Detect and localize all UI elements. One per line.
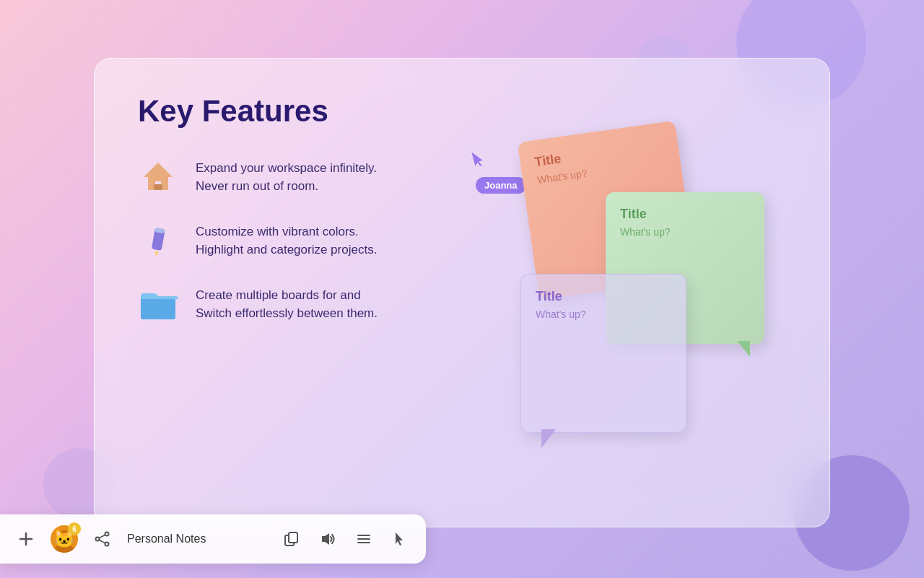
cursor-pointer-icon [467, 147, 493, 176]
cursor-area: Joanna [470, 149, 526, 194]
note-green-body: What's up? [620, 226, 750, 238]
sticky-note-purple: Title What's up? [520, 274, 687, 433]
select-tool-button[interactable] [388, 527, 411, 551]
svg-line-17 [100, 540, 105, 543]
svg-point-13 [105, 532, 109, 536]
svg-rect-1 [154, 184, 162, 190]
house-icon [138, 157, 178, 197]
note-purple-body: What's up? [536, 309, 671, 320]
note-purple-title: Title [536, 289, 671, 304]
volume-button[interactable] [316, 527, 339, 551]
feature-item-colors: Customize with vibrant colors. Highlight… [138, 220, 499, 261]
feature-item-workspace: Expand your workspace infinitely. Never … [138, 157, 499, 197]
feature-item-boards: Create multiple boards for and Switch ef… [138, 284, 499, 324]
duplicate-button[interactable] [280, 527, 303, 551]
feature-text-boards: Create multiple boards for and Switch ef… [196, 286, 378, 323]
feature-text-colors: Customize with vibrant colors. Highlight… [196, 223, 377, 259]
share-button[interactable] [91, 527, 114, 551]
features-list: Expand your workspace infinitely. Never … [138, 157, 499, 324]
svg-marker-20 [322, 533, 329, 545]
svg-line-16 [100, 535, 105, 538]
note-green-title: Title [620, 207, 750, 222]
svg-point-10 [59, 530, 69, 540]
svg-rect-6 [141, 299, 175, 319]
board-name-label: Personal Notes [127, 532, 267, 545]
svg-point-14 [96, 538, 100, 541]
user-badge: Joanna [476, 177, 526, 194]
svg-marker-11 [56, 530, 61, 534]
menu-button[interactable] [352, 527, 375, 551]
key-features-title: Key Features [138, 95, 786, 128]
folder-icon [138, 284, 178, 324]
bottom-toolbar: 6 Personal Notes [0, 514, 426, 564]
svg-rect-19 [289, 532, 297, 543]
feature-text-workspace: Expand your workspace infinitely. Never … [196, 159, 377, 196]
main-card: Key Features Expand your workspace infin… [94, 58, 830, 527]
add-button[interactable] [14, 527, 38, 551]
svg-marker-3 [154, 251, 158, 258]
pencil-icon [138, 220, 178, 261]
user-avatar-wrapper[interactable]: 6 [51, 525, 78, 553]
svg-point-15 [105, 543, 109, 546]
notification-badge: 6 [68, 522, 81, 535]
